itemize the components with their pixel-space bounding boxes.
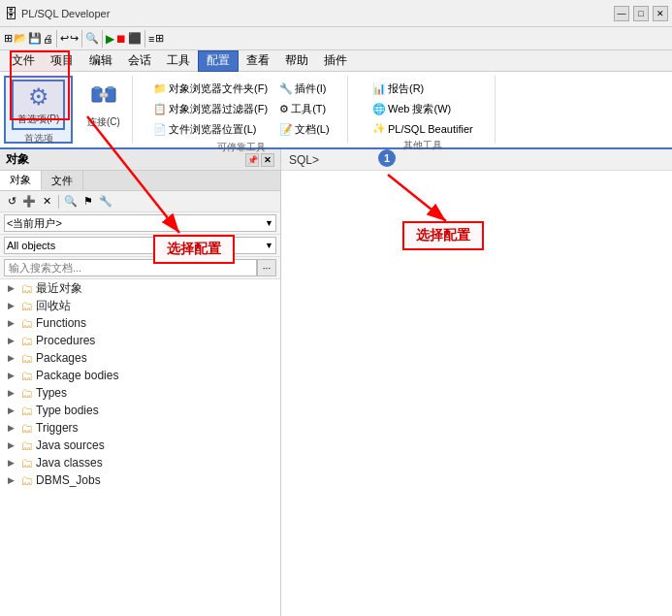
bookmark-btn[interactable]: ⚑ [80,194,96,210]
search-go-btn[interactable]: ··· [257,259,276,276]
save-btn[interactable]: 💾 [28,32,42,45]
step-btn[interactable]: ⬛ [128,32,142,45]
delete-btn[interactable]: ✕ [39,194,54,210]
tab-object[interactable]: 对象 [0,171,42,190]
ribbon-group-other: 📊 报告(R) 🌐 Web 搜索(W) ✨ PL/SQL Beautifier … [350,76,496,144]
tree-item-recycle[interactable]: ▶ 🗂 回收站 [0,297,280,314]
obj-browser-folder-btn[interactable]: 📁 对象浏览器文件夹(F) [149,80,272,98]
ribbon-group-dockable: 📁 对象浏览器文件夹(F) 📋 对象浏览器过滤器(F) 📄 文件浏览器位置(L) [135,76,348,144]
app-title: PL/SQL Developer [21,8,610,19]
docs-btn[interactable]: 📝 文档(L) [275,120,333,139]
websearch-btn[interactable]: 🌐 Web 搜索(W) [368,100,477,118]
report-btn[interactable]: 📊 报告(R) [368,80,477,98]
refresh-btn[interactable]: ↺ [4,194,19,210]
new-btn[interactable]: ⊞ [4,32,13,45]
annotation-label-1: 选择配置 [153,235,235,264]
undo-btn[interactable]: ↩ [60,32,69,45]
filebrowser-icon: 📄 [153,123,167,136]
tree-item-package-bodies[interactable]: ▶ 🗂 Package bodies [0,367,280,384]
open-btn[interactable]: 📂 [14,32,27,45]
circle-number: 1 [378,149,396,167]
tree-item-functions[interactable]: ▶ 🗂 Functions [0,314,280,332]
docs-icon: 📝 [279,123,293,136]
ribbon-group-label-other: 其他工具 [403,137,442,152]
tree-item-java-sources[interactable]: ▶ 🗂 Java sources [0,437,280,454]
tree-label-recycle: 回收站 [36,298,71,314]
user-filter: <当前用户> ▼ [0,212,280,235]
folder-icon: 📁 [153,82,167,95]
panel-pin-btn[interactable]: 📌 [245,153,259,167]
tree-item-type-bodies[interactable]: ▶ 🗂 Type bodies [0,402,280,419]
add-btn[interactable]: ➕ [21,194,37,210]
connect-btn[interactable]: ✓ 连接(C) [82,78,125,132]
quick-toolbar: ⊞ 📂 💾 🖨 ↩ ↪ 🔍 ▶ ⏹ ⬛ ≡ ⊞ [0,27,672,50]
redo-btn[interactable]: ↪ [70,32,79,45]
expand-recent: ▶ [8,283,17,293]
toolbar-sep [58,195,59,209]
menu-tools[interactable]: 工具 [159,50,198,72]
win-close[interactable]: ✕ [653,6,668,21]
more-btn[interactable]: ⊞ [155,32,164,45]
expand-dbms-jobs: ▶ [8,475,17,485]
expand-types: ▶ [8,388,17,398]
panel-controls: 📌 ✕ [245,153,274,167]
win-maximize[interactable]: □ [633,6,649,21]
tree-label-packages: Packages [36,351,87,365]
object-panel: 对象 📌 ✕ 对象 文件 ↺ ➕ ✕ 🔍 ⚑ 🔧 [0,149,281,616]
tools-icon: ⚙ [279,103,289,115]
menu-view[interactable]: 查看 [239,50,277,72]
procedures-folder-icon: 🗂 [20,334,33,348]
user-dropdown-arrow: ▼ [265,218,273,228]
tree-label-type-bodies: Type bodies [36,404,99,417]
tree-label-java-classes: Java classes [36,456,103,470]
config-btn[interactable]: 🔧 [98,194,113,210]
tree-item-packages[interactable]: ▶ 🗂 Packages [0,349,280,367]
menu-plugin[interactable]: 插件 [316,50,355,72]
ribbon-col-left: 📁 对象浏览器文件夹(F) 📋 对象浏览器过滤器(F) 📄 文件浏览器位置(L) [149,80,272,139]
run-btn[interactable]: ▶ [106,32,114,46]
recent-folder-icon: 🗂 [20,281,33,296]
report-label: 报告(R) [388,81,424,96]
find-btn[interactable]: 🔍 [85,32,99,45]
tree-item-java-classes[interactable]: ▶ 🗂 Java classes [0,454,280,471]
tree-area: ▶ 🗂 最近对象 ▶ 🗂 回收站 ▶ 🗂 Functions ▶ 🗂 [0,279,280,616]
divider2 [81,30,82,48]
tree-item-procedures[interactable]: ▶ 🗂 Procedures [0,332,280,349]
search-btn[interactable]: 🔍 [63,194,79,210]
websearch-icon: 🌐 [372,103,386,115]
tools-btn[interactable]: ⚙ 工具(T) [275,100,333,118]
panel-close-btn[interactable]: ✕ [261,153,274,167]
report-icon: 📊 [372,82,386,95]
menu-edit[interactable]: 编辑 [81,50,120,72]
menu-btn[interactable]: ≡ [148,33,154,45]
title-bar: 🗄 PL/SQL Developer — □ ✕ [0,0,672,27]
win-minimize[interactable]: — [614,6,629,21]
sql-label: SQL> [285,153,323,167]
file-browser-btn[interactable]: 📄 文件浏览器位置(L) [149,120,272,139]
print-btn[interactable]: 🖨 [43,33,53,45]
dbms-jobs-folder-icon: 🗂 [20,473,33,488]
menu-session[interactable]: 会话 [120,50,159,72]
tree-item-recent[interactable]: ▶ 🗂 最近对象 [0,279,280,297]
stop-btn[interactable]: ⏹ [115,32,127,46]
expand-type-bodies: ▶ [8,405,17,415]
plsql-btn[interactable]: ✨ PL/SQL Beautifier [368,120,477,137]
obj-browser-filter-label: 对象浏览器过滤器(F) [169,102,268,116]
menu-config[interactable]: 配置 [198,50,239,72]
obj-browser-filter-btn[interactable]: 📋 对象浏览器过滤器(F) [149,100,272,118]
user-dropdown[interactable]: <当前用户> ▼ [4,214,276,232]
tab-file[interactable]: 文件 [42,171,83,190]
tree-item-types[interactable]: ▶ 🗂 Types [0,384,280,402]
packages-folder-icon: 🗂 [20,351,33,366]
tree-item-dbms-jobs[interactable]: ▶ 🗂 DBMS_Jobs [0,471,280,489]
plugins-btn[interactable]: 🔧 插件(I) [275,80,333,98]
tree-item-triggers[interactable]: ▶ 🗂 Triggers [0,419,280,437]
menu-help[interactable]: 帮助 [277,50,316,72]
triggers-folder-icon: 🗂 [20,421,33,436]
objects-dropdown[interactable]: All objects ▼ [4,237,276,254]
divider4 [144,30,145,48]
java-classes-folder-icon: 🗂 [20,456,33,470]
tree-label-recent: 最近对象 [36,280,82,297]
menu-bar: 文件 项目 编辑 会话 工具 配置 查看 帮助 插件 [0,50,672,72]
filter-icon: 📋 [153,103,167,115]
